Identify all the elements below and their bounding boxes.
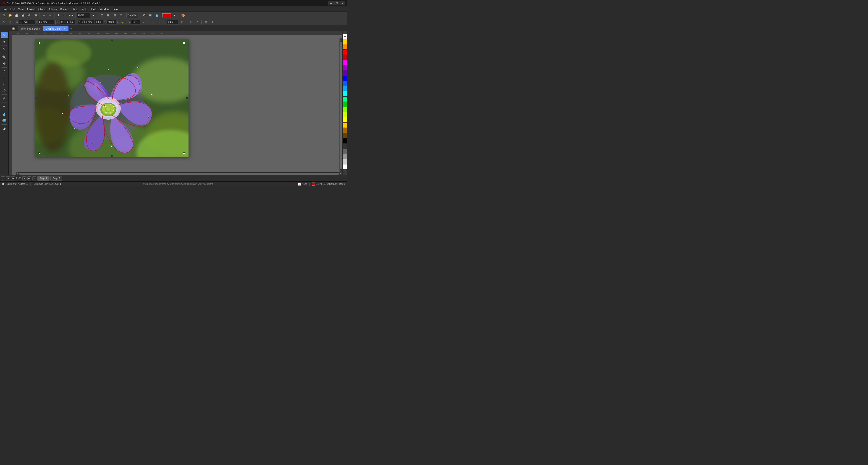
canvas-content[interactable]: ▲ ▼ ◀ ▶ bbox=[12, 35, 342, 175]
ellipse-tool-button[interactable]: ○ bbox=[1, 81, 8, 87]
scroll-left-button[interactable]: ◀ bbox=[16, 172, 19, 175]
align-center-button[interactable]: ⬇ bbox=[62, 12, 68, 18]
color-dark-red[interactable] bbox=[343, 55, 347, 60]
handle-br[interactable] bbox=[183, 152, 185, 154]
zoom-tool-button[interactable]: 🔍 bbox=[1, 54, 8, 60]
scale-linewidth-button[interactable]: ↗ bbox=[194, 19, 200, 25]
pan-tool-button[interactable]: ✥ bbox=[1, 61, 8, 66]
palette-menu[interactable]: ⋮ bbox=[343, 172, 347, 175]
node-handle-12[interactable] bbox=[84, 85, 85, 86]
page-prev-button[interactable]: ◀ bbox=[11, 176, 15, 180]
menu-effects[interactable]: Effects bbox=[47, 6, 58, 11]
text-tool-button[interactable]: A bbox=[1, 95, 8, 101]
save-button[interactable]: 💾 bbox=[13, 12, 20, 18]
select-tool-button[interactable]: ↖ bbox=[1, 32, 8, 38]
color-brown[interactable] bbox=[343, 128, 347, 133]
angle-input[interactable] bbox=[131, 20, 140, 24]
tool-select-small[interactable]: ↖ bbox=[1, 19, 7, 25]
handle-bm[interactable] bbox=[111, 155, 113, 157]
color-light-gray[interactable] bbox=[343, 154, 347, 159]
tab-home[interactable]: 🏠 bbox=[9, 26, 18, 31]
align-top-button[interactable]: ⬆ bbox=[56, 12, 61, 18]
horizontal-scrollbar[interactable]: ◀ ▶ bbox=[16, 172, 342, 175]
tab-document[interactable]: Untitled-1.cdr* ✕ bbox=[43, 26, 69, 31]
menu-edit[interactable]: Edit bbox=[8, 6, 17, 11]
color-cyan-blue[interactable] bbox=[343, 86, 347, 91]
tab-add-button[interactable]: + bbox=[68, 26, 73, 31]
y-input[interactable] bbox=[38, 20, 54, 24]
color-dropdown[interactable]: ▾ bbox=[172, 12, 178, 18]
zoom-input[interactable] bbox=[76, 13, 90, 18]
scroll-right-button[interactable]: ▶ bbox=[340, 172, 342, 175]
rectangle-tool-button[interactable]: □ bbox=[1, 75, 8, 81]
page-first-button[interactable]: |◀ bbox=[6, 176, 10, 180]
mirror-h-button[interactable]: ↔ bbox=[149, 19, 155, 25]
close-tab-icon[interactable]: ✕ bbox=[64, 28, 66, 30]
new-button[interactable]: 🗋 bbox=[1, 12, 7, 18]
handle-ml[interactable] bbox=[35, 97, 37, 99]
page1-tab[interactable]: Page 1 bbox=[37, 176, 50, 181]
export-button[interactable]: ⊞ bbox=[33, 12, 38, 18]
tab-welcome[interactable]: Welcome Screen bbox=[18, 26, 43, 31]
palette-scroll-down[interactable]: ▼ bbox=[343, 170, 347, 172]
page-last-button[interactable]: ▶| bbox=[27, 176, 31, 180]
minimize-button[interactable]: — bbox=[328, 1, 334, 5]
scroll-thumb-v[interactable] bbox=[340, 41, 342, 169]
guidelines-button[interactable]: ⊟ bbox=[112, 12, 118, 18]
node-handle-9[interactable] bbox=[74, 128, 75, 129]
handle-bl[interactable] bbox=[38, 152, 40, 154]
color-black[interactable] bbox=[343, 138, 347, 144]
transform-panel-btn[interactable]: ⊠ bbox=[7, 19, 13, 25]
pdf-button[interactable]: PDF bbox=[68, 12, 74, 18]
rotate-btn[interactable]: ○ bbox=[141, 19, 147, 25]
undo-button[interactable]: ↩ bbox=[41, 12, 47, 18]
color-green[interactable] bbox=[343, 102, 347, 107]
dynamic-guides-button[interactable]: ⊗ bbox=[118, 12, 124, 18]
menu-file[interactable]: File bbox=[1, 6, 8, 11]
add-page-button[interactable]: + bbox=[1, 176, 5, 180]
color-yellow-green[interactable] bbox=[343, 107, 347, 112]
eyedropper-tool-button[interactable]: 💧 bbox=[1, 111, 8, 117]
color-dark-purple[interactable] bbox=[343, 70, 347, 76]
stroke-dropdown[interactable]: ▾ bbox=[179, 19, 185, 25]
width-pct-input[interactable] bbox=[95, 20, 104, 24]
page-options-button[interactable]: ≡ bbox=[32, 176, 36, 180]
node-handle-3[interactable] bbox=[137, 67, 138, 68]
blend-tool-button[interactable]: ◑ bbox=[1, 125, 8, 132]
node-tool-button[interactable]: ◈ bbox=[1, 38, 8, 44]
line-tool-button[interactable]: / bbox=[1, 68, 8, 75]
title-bar-controls[interactable]: — ❐ ✕ bbox=[328, 1, 345, 5]
fill-tool-button[interactable]: 🪣 bbox=[1, 118, 8, 123]
color-orange[interactable] bbox=[343, 44, 347, 50]
color-pale-gray[interactable] bbox=[343, 159, 347, 165]
vertical-scrollbar[interactable]: ▲ ▼ bbox=[340, 38, 342, 172]
handle-tr[interactable] bbox=[183, 42, 185, 44]
stroke-input[interactable] bbox=[167, 20, 178, 24]
freehand-tool-button[interactable]: ✎ bbox=[1, 46, 8, 52]
settings-button[interactable]: ⚙ bbox=[141, 12, 147, 18]
height-pct-input[interactable] bbox=[107, 20, 116, 24]
x-input[interactable] bbox=[19, 20, 35, 24]
nudge-button[interactable]: ⊕ bbox=[210, 19, 215, 25]
color-swatch-none[interactable]: ⊘ bbox=[343, 34, 347, 39]
color-manager-button[interactable]: 🎨 bbox=[180, 12, 186, 18]
menu-help[interactable]: Help bbox=[111, 6, 120, 11]
import-button[interactable]: ⊕ bbox=[26, 12, 32, 18]
handle-tl[interactable] bbox=[38, 42, 40, 44]
color-sky-blue[interactable] bbox=[343, 81, 347, 86]
height-input[interactable] bbox=[78, 20, 94, 24]
scroll-down-button[interactable]: ▼ bbox=[340, 170, 342, 172]
scroll-thumb-h[interactable] bbox=[19, 173, 339, 175]
page2-tab[interactable]: Page 2 bbox=[51, 176, 63, 181]
open-button[interactable]: 📂 bbox=[7, 12, 13, 18]
color-amber[interactable] bbox=[343, 123, 347, 128]
menu-window[interactable]: Window bbox=[98, 6, 111, 11]
width-input[interactable] bbox=[60, 20, 76, 24]
node-handle-6[interactable] bbox=[129, 136, 131, 138]
node-handle-11[interactable] bbox=[68, 95, 69, 96]
color-magenta[interactable] bbox=[343, 60, 347, 65]
restore-button[interactable]: ❐ bbox=[334, 1, 340, 5]
menu-view[interactable]: View bbox=[17, 6, 26, 11]
color-mid-gray[interactable] bbox=[343, 149, 347, 154]
handle-mr[interactable] bbox=[186, 97, 188, 99]
